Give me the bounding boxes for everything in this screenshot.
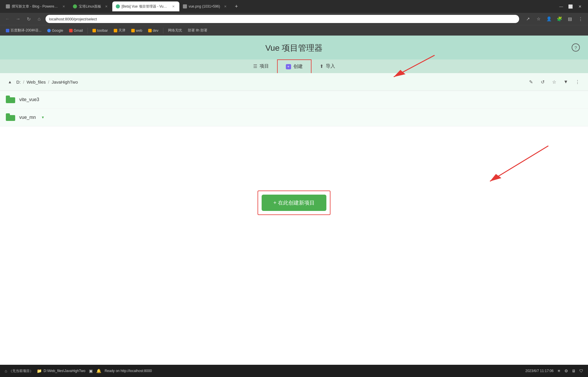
shield-icon: 🛡 xyxy=(579,369,583,373)
tab-blog[interactable]: 撰写新文章 - Blog - Powered b ✕ xyxy=(2,1,69,11)
dir-bar: ▲ D: / Web_files / JavaHighTwo ✎ ↺ ☆ ▼ ⋮ xyxy=(0,73,588,91)
tab-import-label: 导入 xyxy=(326,63,335,69)
settings-icon: ⚙ xyxy=(564,369,568,373)
blog-favicon xyxy=(6,4,10,8)
status-path: 📁 D:\Web_files\JavaHighTwo xyxy=(37,369,85,373)
tab-vue[interactable]: [Beta] Vue 项目管理器 - Vue Cl ✕ xyxy=(112,1,179,11)
dir-path: D: / Web_files / JavaHighTwo xyxy=(16,80,526,84)
tab-create[interactable]: + 创建 xyxy=(277,59,312,73)
sidebar-icon[interactable]: ▤ xyxy=(566,15,574,23)
bookmark-toolbar[interactable]: toolbar xyxy=(90,27,110,34)
dir-actions: ✎ ↺ ☆ ▼ ⋮ xyxy=(526,77,582,87)
tab-create-label: 创建 xyxy=(293,64,303,70)
vue-favicon xyxy=(116,4,120,8)
nav-forward[interactable]: → xyxy=(14,15,22,23)
bookmark-sep-2 xyxy=(163,28,163,34)
project-item-vue-mn[interactable]: vue_mn ▼ xyxy=(0,109,588,126)
new-tab-button[interactable]: + xyxy=(232,2,240,10)
nav-icons: ↗ ☆ 👤 🧩 ▤ ⋮ xyxy=(524,15,584,23)
bookmark-network-label: 网络无忧 xyxy=(168,28,182,33)
help-icon[interactable]: ? xyxy=(572,43,580,52)
bell-icon: 🔔 xyxy=(96,369,101,373)
status-home-label: （无当前项目） xyxy=(9,369,33,374)
main-content-wrapper: Vue 项目管理器 ? ☰ 项目 + 创建 ⬆ 导入 ▲ D: / Web_fi… xyxy=(0,36,588,232)
baidu-favicon xyxy=(6,29,9,32)
tab-bt[interactable]: 宝塔Linux面板 ✕ xyxy=(69,1,112,11)
bookmark-network[interactable]: 网络无忧 xyxy=(166,27,184,34)
toolbar-favicon xyxy=(92,29,96,32)
project-list: vite_vue3 vue_mn ▼ xyxy=(0,91,588,126)
folder-icon-vue-mn xyxy=(6,113,15,121)
nav-reload[interactable]: ↻ xyxy=(24,15,33,23)
nav-back[interactable]: ← xyxy=(4,15,12,23)
dir-star-btn[interactable]: ☆ xyxy=(550,77,559,87)
tab-vue-label: [Beta] Vue 项目管理器 - Vue Cl xyxy=(122,4,168,9)
close-tab-bt[interactable]: ✕ xyxy=(104,4,109,9)
window-minimize[interactable]: — xyxy=(558,3,565,10)
tab-img[interactable]: vue.png (1031×596) ✕ xyxy=(179,1,231,11)
bookmark-baidu-label: 百度翻译-200种语... xyxy=(10,28,41,33)
create-btn-wrapper: + 在此创建新项目 xyxy=(258,191,330,215)
bookmark-google[interactable]: Google xyxy=(45,27,66,34)
close-tab-img[interactable]: ✕ xyxy=(223,4,228,9)
close-tab-blog[interactable]: ✕ xyxy=(61,4,66,9)
bookmark-google-label: Google xyxy=(52,29,63,33)
dir-part-webfiles: Web_files xyxy=(27,80,46,84)
dir-toggle[interactable]: ▲ xyxy=(6,78,14,86)
dir-part-d: D: xyxy=(16,80,21,84)
bookmark-sep-1 xyxy=(88,28,88,34)
dir-sep-1: / xyxy=(23,80,24,84)
status-display: 🖥 xyxy=(572,369,576,373)
tab-projects[interactable]: ☰ 项目 xyxy=(245,60,277,73)
close-tab-vue[interactable]: ✕ xyxy=(171,4,176,9)
browser-chrome: 撰写新文章 - Blog - Powered b ✕ 宝塔Linux面板 ✕ [… xyxy=(0,0,588,36)
bookmark-web[interactable]: web xyxy=(129,27,145,34)
dir-edit-btn[interactable]: ✎ xyxy=(526,77,536,87)
extension-puzzle-icon[interactable]: 🧩 xyxy=(555,15,564,23)
window-close[interactable]: ✕ xyxy=(576,3,583,10)
project-item-vite[interactable]: vite_vue3 xyxy=(0,91,588,109)
app-header: Vue 项目管理器 ? xyxy=(0,36,588,59)
create-btn-label: + 在此创建新项目 xyxy=(273,199,315,206)
tianjin-favicon xyxy=(114,29,117,32)
tab-projects-label: 项目 xyxy=(260,63,269,69)
menu-icon[interactable]: ⋮ xyxy=(576,15,584,23)
status-settings: ⚙ xyxy=(564,369,568,373)
project-name-vue-mn: vue_mn xyxy=(19,115,36,120)
tab-bar: 撰写新文章 - Blog - Powered b ✕ 宝塔Linux面板 ✕ [… xyxy=(0,0,588,13)
address-bar[interactable]: localhost:8000/project/select xyxy=(46,15,519,23)
tab-img-label: vue.png (1031×596) xyxy=(189,4,220,8)
bookmark-icon[interactable]: ☆ xyxy=(534,15,542,23)
create-project-button[interactable]: + 在此创建新项目 xyxy=(262,195,326,211)
bookmark-deploy[interactable]: 部署 llh 部署 xyxy=(186,27,210,34)
dir-refresh-btn[interactable]: ↺ xyxy=(538,77,547,87)
folder-status-icon: 📁 xyxy=(37,369,42,373)
tab-import[interactable]: ⬆ 导入 xyxy=(312,60,343,73)
status-terminal: ▣ xyxy=(89,369,93,373)
bookmark-dev[interactable]: dev xyxy=(146,27,161,34)
nav-bar: ← → ↻ ⌂ localhost:8000/project/select ↗ … xyxy=(0,13,588,25)
create-area: + 在此创建新项目 xyxy=(0,126,588,232)
display-icon: 🖥 xyxy=(572,369,576,373)
status-ready: Ready on http://localhost:8000 xyxy=(105,369,152,373)
bookmark-baidu[interactable]: 百度翻译-200种语... xyxy=(4,27,44,34)
dev-favicon xyxy=(148,29,152,32)
share-icon[interactable]: ↗ xyxy=(524,15,532,23)
dir-expand-btn[interactable]: ▼ xyxy=(561,77,570,87)
status-shield: 🛡 xyxy=(579,369,583,373)
google-favicon xyxy=(47,29,51,32)
dir-part-javahigh: JavaHighTwo xyxy=(52,80,78,84)
nav-home[interactable]: ⌂ xyxy=(35,15,43,23)
status-ready-label: Ready on http://localhost:8000 xyxy=(105,369,152,373)
window-controls: — ⬜ ✕ xyxy=(558,3,586,10)
bt-favicon xyxy=(73,4,77,8)
dir-more-btn[interactable]: ⋮ xyxy=(573,77,582,87)
bookmark-tianjin[interactable]: 天津 xyxy=(111,27,128,34)
address-text: localhost:8000/project/select xyxy=(49,17,97,21)
window-restore[interactable]: ⬜ xyxy=(567,3,574,10)
status-brightness: ☀ xyxy=(557,369,561,373)
img-favicon xyxy=(183,4,187,8)
bookmark-gmail[interactable]: Gmail xyxy=(67,27,85,34)
project-name-vite: vite_vue3 xyxy=(19,97,39,102)
profile-icon[interactable]: 👤 xyxy=(545,15,553,23)
